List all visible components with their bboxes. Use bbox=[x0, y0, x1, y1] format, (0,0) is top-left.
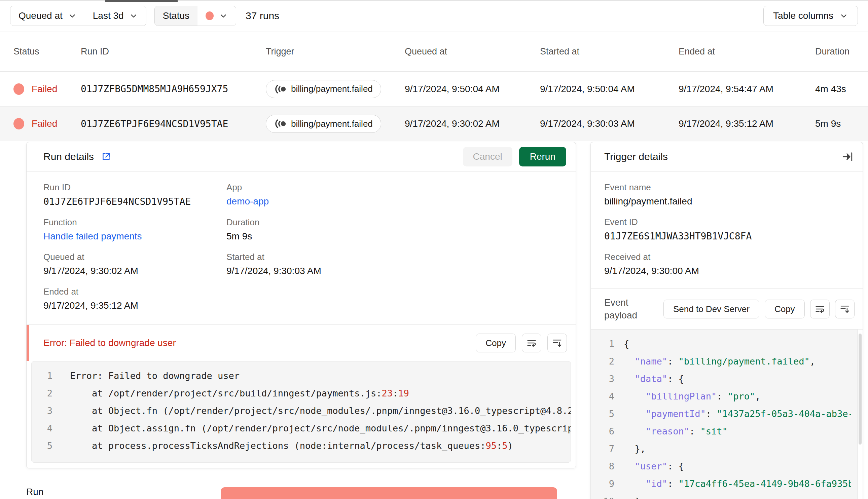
timeline-run-bar[interactable] bbox=[221, 487, 557, 499]
copy-error-button[interactable]: Copy bbox=[476, 333, 516, 352]
field-started-at: Started at 9/17/2024, 9:30:03 AM bbox=[226, 252, 559, 276]
code-line: 6 "reason": "sit" bbox=[591, 422, 851, 440]
runs-table: Status Run ID Trigger Queued at Started … bbox=[0, 32, 868, 141]
status-label: Failed bbox=[32, 84, 57, 95]
code-line: 2 "name": "billing/payment.failed", bbox=[591, 352, 851, 370]
time-range-filter-button[interactable]: Last 3d bbox=[85, 6, 146, 26]
column-header-trigger: Trigger bbox=[266, 46, 405, 57]
code-line: 1{ bbox=[591, 335, 851, 352]
scroll-to-bottom-button[interactable] bbox=[835, 300, 855, 318]
scroll-to-bottom-button[interactable] bbox=[547, 333, 567, 352]
field-received-at: Received at 9/17/2024, 9:30:00 AM bbox=[604, 252, 849, 276]
code-text: "reason": "sit" bbox=[624, 426, 851, 437]
trigger-details-panel: Trigger details Event name billing/payme… bbox=[590, 142, 863, 499]
code-text: Error: Failed to downgrade user bbox=[70, 370, 570, 381]
trigger-cell: billing/payment.failed bbox=[266, 115, 405, 133]
status-filter-value-button[interactable] bbox=[197, 6, 236, 26]
event-payload-label: Event payload bbox=[604, 296, 658, 322]
line-number: 4 bbox=[32, 423, 52, 434]
rerun-button[interactable]: Rerun bbox=[519, 147, 566, 167]
payload-scrollbar-track[interactable] bbox=[857, 330, 863, 499]
field-label: Event ID bbox=[604, 217, 849, 227]
line-number: 8 bbox=[591, 461, 614, 472]
filter-toolbar: Queued at Last 3d Status 37 runs Table c… bbox=[0, 0, 868, 32]
chevron-down-icon bbox=[129, 11, 138, 20]
field-function: Function Handle failed payments bbox=[44, 217, 226, 242]
queued-at-filter-label: Queued at bbox=[19, 10, 63, 21]
wrap-text-button[interactable] bbox=[810, 300, 830, 318]
trigger-cell: billing/payment.failed bbox=[266, 80, 405, 98]
code-text: } bbox=[624, 496, 851, 499]
code-text: "name": "billing/payment.failed", bbox=[624, 356, 851, 366]
code-text: "paymentId": "1437a25f-05a3-404a-ab3e-d4… bbox=[624, 409, 851, 419]
app-link[interactable]: demo-app bbox=[226, 196, 559, 207]
table-columns-label: Table columns bbox=[773, 10, 833, 21]
send-to-dev-server-button[interactable]: Send to Dev Server bbox=[663, 300, 759, 318]
duration-cell: 4m 43s bbox=[815, 84, 868, 95]
scroll-to-bottom-icon bbox=[552, 338, 562, 348]
column-header-run-id: Run ID bbox=[81, 46, 266, 57]
wrap-text-icon bbox=[815, 304, 825, 314]
event-trigger-label: billing/payment.failed bbox=[291, 84, 373, 94]
code-line: 5 at process.processTicksAndRejections (… bbox=[32, 437, 570, 454]
line-number: 1 bbox=[32, 370, 52, 381]
field-value-run-id: 01J7ZE6TPJF6E94NCSD1V95TAE bbox=[44, 196, 226, 207]
payload-scrollbar-thumb[interactable] bbox=[859, 333, 861, 445]
table-row-selected[interactable]: Failed 01J7ZE6TPJF6E94NCSD1V95TAE billin… bbox=[0, 106, 868, 141]
column-header-duration: Duration bbox=[815, 46, 868, 57]
table-row[interactable]: Failed 01J7ZFBG5DMM85MJA9H659JX75 billin… bbox=[0, 72, 868, 106]
chevron-down-icon bbox=[68, 11, 77, 20]
code-line: 4 "billingPlan": "pro", bbox=[591, 387, 851, 405]
field-duration: Duration 5m 9s bbox=[226, 217, 559, 242]
field-label: Queued at bbox=[44, 252, 226, 262]
code-line: 5 "paymentId": "1437a25f-05a3-404a-ab3e-… bbox=[591, 405, 851, 422]
trigger-details-header: Trigger details bbox=[591, 142, 863, 171]
line-number: 3 bbox=[591, 374, 614, 384]
table-header-row: Status Run ID Trigger Queued at Started … bbox=[0, 32, 868, 72]
queued-at-cell: 9/17/2024, 9:50:04 AM bbox=[405, 84, 540, 95]
field-value-queued-at: 9/17/2024, 9:30:02 AM bbox=[44, 266, 226, 276]
line-number: 3 bbox=[32, 405, 52, 416]
cancel-button[interactable]: Cancel bbox=[463, 147, 513, 167]
line-number: 1 bbox=[591, 339, 614, 349]
field-run-id: Run ID 01J7ZE6TPJF6E94NCSD1V95TAE bbox=[44, 182, 226, 207]
error-title: Error: Failed to downgrade user bbox=[44, 338, 470, 348]
external-link-icon[interactable] bbox=[100, 151, 111, 162]
function-link[interactable]: Handle failed payments bbox=[44, 231, 226, 242]
field-value-ended-at: 9/17/2024, 9:35:12 AM bbox=[44, 300, 226, 311]
field-value-received-at: 9/17/2024, 9:30:00 AM bbox=[604, 266, 849, 276]
queued-at-filter-button[interactable]: Queued at bbox=[10, 6, 85, 26]
copy-payload-button[interactable]: Copy bbox=[765, 300, 805, 318]
error-stack-trace: 1Error: Failed to downgrade user2 at /op… bbox=[31, 361, 571, 463]
wrap-text-button[interactable] bbox=[522, 333, 541, 352]
field-label: Run ID bbox=[44, 182, 226, 193]
event-payload-header: Event payload Send to Dev Server Copy bbox=[591, 289, 863, 329]
top-scroll-indicator bbox=[105, 0, 178, 2]
line-number: 9 bbox=[591, 478, 614, 489]
line-number: 5 bbox=[591, 409, 614, 419]
code-text: "billingPlan": "pro", bbox=[624, 391, 851, 401]
ended-at-cell: 9/17/2024, 9:35:12 AM bbox=[678, 118, 815, 129]
field-app: App demo-app bbox=[226, 182, 559, 207]
event-trigger-pill[interactable]: billing/payment.failed bbox=[266, 115, 381, 133]
field-label: Duration bbox=[226, 217, 559, 228]
code-text: "id": "17ca4ff6-45ea-4149-9b48-6fa935b83… bbox=[624, 478, 851, 489]
table-columns-button[interactable]: Table columns bbox=[763, 6, 858, 26]
duration-cell: 5m 9s bbox=[815, 118, 868, 129]
field-value-duration: 5m 9s bbox=[226, 231, 559, 242]
error-header: Error: Failed to downgrade user Copy bbox=[27, 325, 576, 361]
event-icon bbox=[274, 119, 286, 129]
code-text: "data": { bbox=[624, 374, 851, 384]
collapse-panel-right-icon[interactable] bbox=[842, 151, 853, 162]
line-number: 2 bbox=[32, 388, 52, 399]
started-at-cell: 9/17/2024, 9:50:04 AM bbox=[540, 84, 678, 95]
event-trigger-pill[interactable]: billing/payment.failed bbox=[266, 80, 381, 98]
code-text: at process.processTicksAndRejections (no… bbox=[70, 440, 570, 451]
field-label: Ended at bbox=[44, 287, 226, 297]
code-line: 3 at Object.fn (/opt/render/project/src/… bbox=[32, 402, 570, 419]
status-label: Failed bbox=[32, 118, 57, 129]
timeline-run-label: Run bbox=[26, 487, 44, 497]
field-label: Event name bbox=[604, 182, 849, 193]
chevron-down-icon bbox=[840, 11, 848, 20]
field-value-event-name: billing/payment.failed bbox=[604, 196, 849, 207]
